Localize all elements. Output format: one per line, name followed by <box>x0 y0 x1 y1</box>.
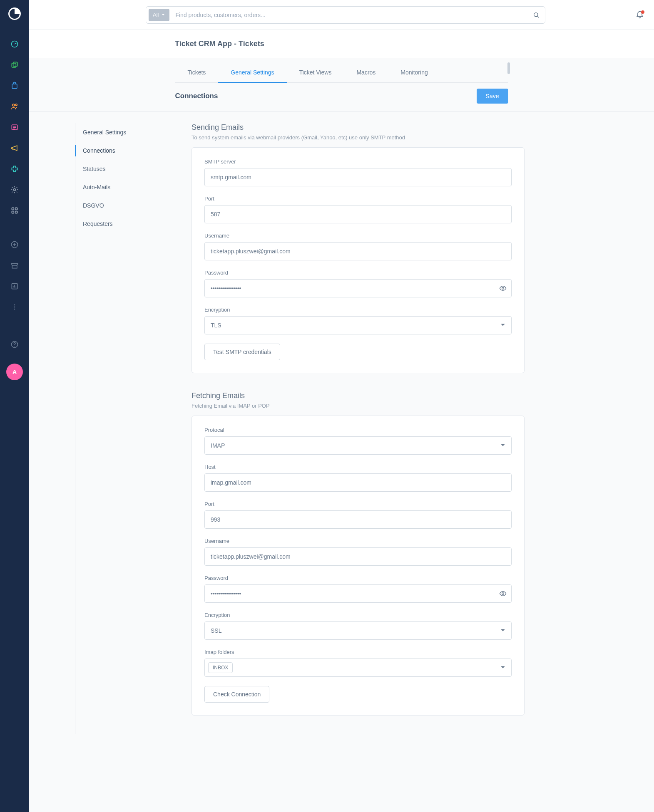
svg-point-15 <box>14 304 15 306</box>
tab-label: Macros <box>356 69 375 76</box>
smtp-server-input[interactable] <box>204 168 512 186</box>
svg-point-19 <box>14 346 15 347</box>
fetch-host-label: Host <box>204 464 512 470</box>
sidenav-auto-mails[interactable]: Auto-Mails <box>75 178 175 196</box>
fetch-enc-value: SSL <box>211 627 221 634</box>
fetch-proto-label: Protocal <box>204 427 512 433</box>
svg-point-21 <box>502 287 504 290</box>
fetch-folders-select[interactable]: INBOX <box>204 659 512 677</box>
sidenav-item-label: Connections <box>83 147 115 154</box>
rail-reports[interactable] <box>5 277 24 295</box>
svg-rect-11 <box>12 211 14 213</box>
smtp-enc-select[interactable]: TLS <box>204 316 512 334</box>
fetch-pass-input[interactable] <box>204 584 512 603</box>
svg-point-8 <box>14 189 16 191</box>
rail-add[interactable] <box>5 235 24 254</box>
search-input[interactable] <box>172 12 527 18</box>
sidenav-item-label: Statuses <box>83 166 105 172</box>
rail-apps[interactable] <box>5 201 24 220</box>
rail-dashboard[interactable] <box>5 35 24 53</box>
tab-label: Ticket Views <box>299 69 332 76</box>
content: Sending Emails To send system emails via… <box>191 123 525 734</box>
eye-icon[interactable] <box>499 590 507 597</box>
tab-general-settings[interactable]: General Settings <box>218 64 286 82</box>
smtp-user-label: Username <box>204 233 512 239</box>
app-logo <box>7 6 22 22</box>
rail-extensions[interactable] <box>5 160 24 178</box>
body: General Settings Connections Statuses Au… <box>29 111 654 767</box>
smtp-enc-value: TLS <box>211 322 221 329</box>
smtp-port-label: Port <box>204 196 512 202</box>
smtp-enc-label: Encryption <box>204 307 512 313</box>
fetch-folders-label: Imap folders <box>204 649 512 655</box>
svg-rect-9 <box>12 208 14 210</box>
tab-label: Tickets <box>188 69 206 76</box>
smtp-pass-input[interactable] <box>204 279 512 297</box>
tabs-scrollbar[interactable] <box>507 62 510 74</box>
page-title: Ticket CRM App - Tickets <box>175 40 264 48</box>
fetch-proto-value: IMAP <box>211 442 225 449</box>
tab-tickets[interactable]: Tickets <box>175 64 219 82</box>
rail-settings[interactable] <box>5 181 24 199</box>
settings-sidenav: General Settings Connections Statuses Au… <box>75 123 175 734</box>
rail-store[interactable] <box>5 256 24 275</box>
global-search: All <box>146 6 545 24</box>
svg-point-20 <box>534 12 538 16</box>
sidenav-connections[interactable]: Connections <box>75 141 175 160</box>
sidenav-general-settings[interactable]: General Settings <box>75 123 175 141</box>
section-fetching-desc: Fetching Email via IMAP or POP <box>191 403 525 409</box>
rail-orders[interactable] <box>5 77 24 95</box>
rail-more[interactable] <box>5 298 24 316</box>
save-button[interactable]: Save <box>477 89 508 104</box>
rail-catalogue[interactable] <box>5 56 24 74</box>
sidenav-item-label: DSGVO <box>83 202 104 209</box>
subheader: Connections Save <box>175 83 508 111</box>
avatar[interactable]: A <box>6 364 23 380</box>
notifications-button[interactable] <box>636 11 644 19</box>
fetch-host-input[interactable] <box>204 473 512 492</box>
subheader-title: Connections <box>175 92 218 100</box>
rail-marketing[interactable] <box>5 139 24 157</box>
svg-rect-10 <box>15 208 17 210</box>
fetch-user-input[interactable] <box>204 547 512 566</box>
fetch-port-input[interactable] <box>204 510 512 529</box>
search-scope-selector[interactable]: All <box>149 9 169 21</box>
svg-rect-12 <box>15 211 17 213</box>
test-smtp-button[interactable]: Test SMTP credentials <box>204 344 280 360</box>
fetch-user-label: Username <box>204 538 512 544</box>
fetch-enc-label: Encryption <box>204 612 512 618</box>
svg-point-5 <box>12 104 15 106</box>
sidenav-item-label: General Settings <box>83 129 126 136</box>
svg-point-6 <box>15 104 17 106</box>
smtp-port-input[interactable] <box>204 205 512 223</box>
fetch-enc-select[interactable]: SSL <box>204 621 512 640</box>
left-rail: A <box>0 0 29 812</box>
svg-rect-2 <box>12 63 16 67</box>
topbar: All <box>29 0 654 30</box>
tab-macros[interactable]: Macros <box>344 64 388 82</box>
rail-content[interactable] <box>5 118 24 136</box>
smtp-user-input[interactable] <box>204 242 512 260</box>
search-icon[interactable] <box>527 12 545 18</box>
check-connection-button[interactable]: Check Connection <box>204 686 269 703</box>
sidenav-dsgvo[interactable]: DSGVO <box>75 196 175 215</box>
sidenav-item-label: Requesters <box>83 220 113 227</box>
section-fetching-title: Fetching Emails <box>191 391 525 400</box>
sidenav-statuses[interactable]: Statuses <box>75 160 175 178</box>
notification-dot-icon <box>641 10 644 14</box>
search-scope-label: All <box>153 12 159 18</box>
rail-help[interactable] <box>5 335 24 354</box>
page-header: Ticket CRM App - Tickets <box>29 30 654 58</box>
tabs-area: Tickets General Settings Ticket Views Ma… <box>29 58 654 111</box>
tab-ticket-views[interactable]: Ticket Views <box>287 64 344 82</box>
svg-point-22 <box>502 593 504 595</box>
rail-customers[interactable] <box>5 97 24 116</box>
fetch-proto-select[interactable]: IMAP <box>204 436 512 455</box>
section-sending-title: Sending Emails <box>191 123 525 132</box>
tab-monitoring[interactable]: Monitoring <box>388 64 440 82</box>
sidenav-requesters[interactable]: Requesters <box>75 215 175 233</box>
fetch-port-label: Port <box>204 501 512 507</box>
folder-chip-label: INBOX <box>213 665 228 671</box>
folder-chip: INBOX <box>208 662 233 673</box>
eye-icon[interactable] <box>499 285 507 292</box>
